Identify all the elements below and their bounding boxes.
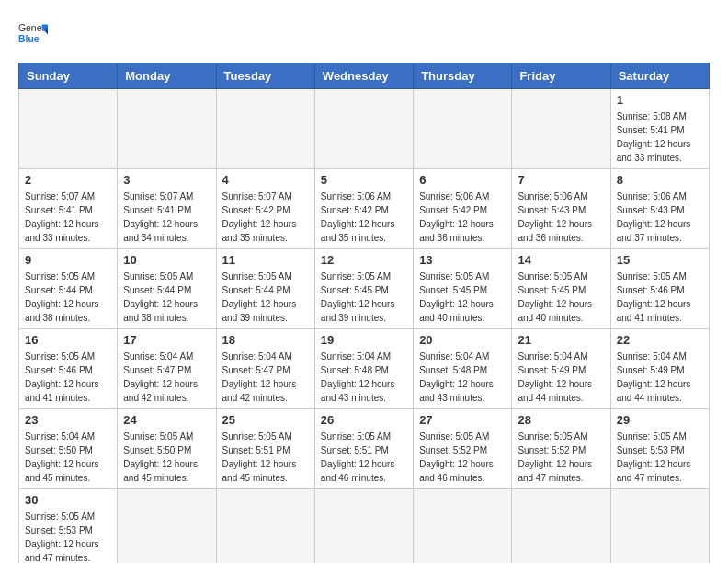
day-number: 18 — [222, 333, 309, 347]
day-info: Sunrise: 5:06 AMSunset: 5:42 PMDaylight:… — [321, 190, 407, 245]
calendar-cell: 20Sunrise: 5:04 AMSunset: 5:48 PMDayligh… — [414, 329, 512, 409]
day-number: 11 — [222, 253, 309, 267]
calendar-cell: 18Sunrise: 5:04 AMSunset: 5:47 PMDayligh… — [216, 329, 314, 409]
day-number: 2 — [25, 173, 111, 187]
day-number: 4 — [222, 173, 309, 187]
day-number: 10 — [123, 253, 210, 267]
day-number: 14 — [518, 253, 604, 267]
day-info: Sunrise: 5:05 AMSunset: 5:46 PMDaylight:… — [617, 270, 703, 325]
day-number: 15 — [617, 253, 703, 267]
calendar-cell: 12Sunrise: 5:05 AMSunset: 5:45 PMDayligh… — [314, 249, 413, 329]
day-info: Sunrise: 5:05 AMSunset: 5:52 PMDaylight:… — [419, 430, 506, 485]
day-number: 26 — [321, 413, 407, 427]
svg-text:Blue: Blue — [18, 34, 40, 44]
day-number: 8 — [617, 173, 703, 187]
weekday-header: Sunday — [19, 63, 118, 89]
day-number: 20 — [419, 333, 506, 347]
page-header: General Blue — [18, 18, 710, 48]
day-number: 9 — [25, 253, 111, 267]
day-info: Sunrise: 5:04 AMSunset: 5:48 PMDaylight:… — [321, 350, 407, 405]
day-number: 24 — [123, 413, 210, 427]
day-number: 30 — [25, 493, 111, 507]
calendar-cell: 13Sunrise: 5:05 AMSunset: 5:45 PMDayligh… — [414, 249, 512, 329]
day-number: 1 — [617, 93, 703, 107]
day-info: Sunrise: 5:06 AMSunset: 5:43 PMDaylight:… — [617, 190, 703, 245]
weekday-header: Saturday — [610, 63, 709, 89]
calendar-cell: 26Sunrise: 5:05 AMSunset: 5:51 PMDayligh… — [314, 409, 413, 489]
calendar-cell: 5Sunrise: 5:06 AMSunset: 5:42 PMDaylight… — [314, 169, 413, 249]
weekday-header: Friday — [512, 63, 610, 89]
day-number: 5 — [321, 173, 407, 187]
calendar-cell: 22Sunrise: 5:04 AMSunset: 5:49 PMDayligh… — [610, 329, 709, 409]
calendar-cell: 8Sunrise: 5:06 AMSunset: 5:43 PMDaylight… — [610, 169, 709, 249]
calendar-cell — [512, 489, 610, 564]
day-info: Sunrise: 5:05 AMSunset: 5:53 PMDaylight:… — [617, 430, 703, 485]
calendar-cell: 29Sunrise: 5:05 AMSunset: 5:53 PMDayligh… — [610, 409, 709, 489]
day-number: 23 — [25, 413, 111, 427]
day-number: 28 — [518, 413, 604, 427]
day-info: Sunrise: 5:05 AMSunset: 5:44 PMDaylight:… — [123, 270, 210, 325]
day-info: Sunrise: 5:05 AMSunset: 5:44 PMDaylight:… — [25, 270, 111, 325]
day-info: Sunrise: 5:07 AMSunset: 5:42 PMDaylight:… — [222, 190, 309, 245]
day-info: Sunrise: 5:05 AMSunset: 5:50 PMDaylight:… — [123, 430, 210, 485]
calendar-cell: 11Sunrise: 5:05 AMSunset: 5:44 PMDayligh… — [216, 249, 314, 329]
day-number: 16 — [25, 333, 111, 347]
calendar-table: SundayMondayTuesdayWednesdayThursdayFrid… — [18, 63, 710, 563]
day-info: Sunrise: 5:04 AMSunset: 5:47 PMDaylight:… — [123, 350, 210, 405]
day-info: Sunrise: 5:05 AMSunset: 5:45 PMDaylight:… — [518, 270, 604, 325]
day-info: Sunrise: 5:04 AMSunset: 5:47 PMDaylight:… — [222, 350, 309, 405]
calendar-cell — [118, 489, 216, 564]
day-number: 7 — [518, 173, 604, 187]
day-info: Sunrise: 5:04 AMSunset: 5:50 PMDaylight:… — [25, 430, 111, 485]
calendar-cell — [19, 89, 118, 169]
calendar-cell — [414, 489, 512, 564]
calendar-cell: 3Sunrise: 5:07 AMSunset: 5:41 PMDaylight… — [118, 169, 216, 249]
day-number: 13 — [419, 253, 506, 267]
day-info: Sunrise: 5:05 AMSunset: 5:52 PMDaylight:… — [518, 430, 604, 485]
day-info: Sunrise: 5:05 AMSunset: 5:45 PMDaylight:… — [321, 270, 407, 325]
day-number: 19 — [321, 333, 407, 347]
calendar-cell — [512, 89, 610, 169]
calendar-cell — [216, 489, 314, 564]
calendar-week-row: 1Sunrise: 5:08 AMSunset: 5:41 PMDaylight… — [19, 89, 710, 169]
calendar-cell: 14Sunrise: 5:05 AMSunset: 5:45 PMDayligh… — [512, 249, 610, 329]
day-info: Sunrise: 5:07 AMSunset: 5:41 PMDaylight:… — [123, 190, 210, 245]
calendar-cell — [118, 89, 216, 169]
calendar-cell — [216, 89, 314, 169]
calendar-week-row: 16Sunrise: 5:05 AMSunset: 5:46 PMDayligh… — [19, 329, 710, 409]
day-number: 27 — [419, 413, 506, 427]
calendar-cell: 21Sunrise: 5:04 AMSunset: 5:49 PMDayligh… — [512, 329, 610, 409]
calendar-cell: 6Sunrise: 5:06 AMSunset: 5:42 PMDaylight… — [414, 169, 512, 249]
calendar-cell: 19Sunrise: 5:04 AMSunset: 5:48 PMDayligh… — [314, 329, 413, 409]
calendar-cell: 10Sunrise: 5:05 AMSunset: 5:44 PMDayligh… — [118, 249, 216, 329]
weekday-header: Monday — [118, 63, 216, 89]
day-info: Sunrise: 5:05 AMSunset: 5:46 PMDaylight:… — [25, 350, 111, 405]
calendar-cell: 15Sunrise: 5:05 AMSunset: 5:46 PMDayligh… — [610, 249, 709, 329]
day-number: 25 — [222, 413, 309, 427]
day-info: Sunrise: 5:05 AMSunset: 5:51 PMDaylight:… — [321, 430, 407, 485]
calendar-cell: 1Sunrise: 5:08 AMSunset: 5:41 PMDaylight… — [610, 89, 709, 169]
calendar-week-row: 23Sunrise: 5:04 AMSunset: 5:50 PMDayligh… — [19, 409, 710, 489]
day-info: Sunrise: 5:06 AMSunset: 5:42 PMDaylight:… — [419, 190, 506, 245]
day-number: 6 — [419, 173, 506, 187]
calendar-week-row: 2Sunrise: 5:07 AMSunset: 5:41 PMDaylight… — [19, 169, 710, 249]
calendar-cell: 16Sunrise: 5:05 AMSunset: 5:46 PMDayligh… — [19, 329, 118, 409]
calendar-cell: 7Sunrise: 5:06 AMSunset: 5:43 PMDaylight… — [512, 169, 610, 249]
day-info: Sunrise: 5:04 AMSunset: 5:49 PMDaylight:… — [518, 350, 604, 405]
day-number: 12 — [321, 253, 407, 267]
calendar-cell: 25Sunrise: 5:05 AMSunset: 5:51 PMDayligh… — [216, 409, 314, 489]
day-info: Sunrise: 5:05 AMSunset: 5:45 PMDaylight:… — [419, 270, 506, 325]
calendar-cell — [610, 489, 709, 564]
weekday-header: Thursday — [414, 63, 512, 89]
day-info: Sunrise: 5:05 AMSunset: 5:51 PMDaylight:… — [222, 430, 309, 485]
calendar-cell: 30Sunrise: 5:05 AMSunset: 5:53 PMDayligh… — [19, 489, 118, 564]
day-info: Sunrise: 5:08 AMSunset: 5:41 PMDaylight:… — [617, 109, 703, 165]
calendar-cell: 24Sunrise: 5:05 AMSunset: 5:50 PMDayligh… — [118, 409, 216, 489]
day-info: Sunrise: 5:06 AMSunset: 5:43 PMDaylight:… — [518, 190, 604, 245]
logo: General Blue — [18, 18, 48, 48]
calendar-cell: 4Sunrise: 5:07 AMSunset: 5:42 PMDaylight… — [216, 169, 314, 249]
calendar-week-row: 30Sunrise: 5:05 AMSunset: 5:53 PMDayligh… — [19, 489, 710, 564]
day-info: Sunrise: 5:04 AMSunset: 5:49 PMDaylight:… — [617, 350, 703, 405]
calendar-cell: 17Sunrise: 5:04 AMSunset: 5:47 PMDayligh… — [118, 329, 216, 409]
logo-icon: General Blue — [18, 18, 48, 48]
